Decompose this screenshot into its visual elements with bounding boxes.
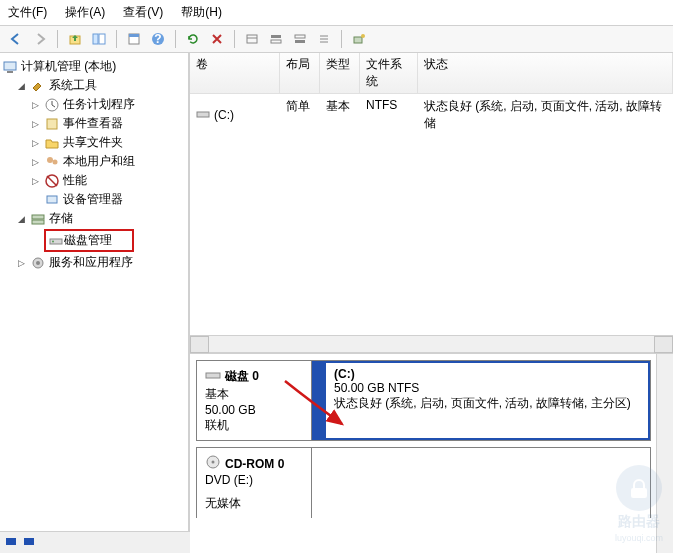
tree-label: 设备管理器 (63, 191, 123, 208)
view-list-button[interactable] (314, 29, 334, 49)
footer-icon-2 (22, 534, 36, 551)
tree-shared-folders[interactable]: ▷ 共享文件夹 (2, 133, 186, 152)
toolbar: ? (0, 26, 673, 53)
disk-row-cdrom[interactable]: CD-ROM 0 DVD (E:) 无媒体 (196, 447, 651, 518)
menu-help[interactable]: 帮助(H) (181, 4, 222, 21)
menu-action[interactable]: 操作(A) (65, 4, 105, 21)
volume-name: (C:) (214, 108, 234, 122)
navigation-tree[interactable]: 计算机管理 (本地) ◢ 系统工具 ▷ 任务计划程序 ▷ 事件查看器 ▷ 共享文… (0, 53, 190, 553)
tree-disk-management[interactable]: ▷ 磁盘管理 (2, 228, 186, 253)
svg-rect-9 (271, 35, 281, 38)
svg-rect-27 (32, 220, 44, 224)
cdrom-state: 无媒体 (205, 495, 303, 512)
svg-rect-18 (4, 62, 16, 70)
tree-label: 共享文件夹 (63, 134, 123, 151)
up-button[interactable] (65, 29, 85, 49)
svg-rect-28 (50, 239, 62, 244)
partition-c[interactable]: (C:) 50.00 GB NTFS 状态良好 (系统, 启动, 页面文件, 活… (312, 361, 650, 440)
device-icon (44, 192, 60, 208)
tree-label: 磁盘管理 (64, 232, 112, 249)
refresh-button[interactable] (183, 29, 203, 49)
help-button[interactable]: ? (148, 29, 168, 49)
clock-icon (44, 97, 60, 113)
cdrom-info: CD-ROM 0 DVD (E:) 无媒体 (197, 448, 312, 518)
collapse-icon[interactable]: ◢ (16, 80, 27, 91)
expand-icon[interactable]: ▷ (16, 257, 27, 268)
tree-device-manager[interactable]: ▷ 设备管理器 (2, 190, 186, 209)
tree-system-tools[interactable]: ◢ 系统工具 (2, 76, 186, 95)
svg-point-31 (36, 261, 40, 265)
svg-rect-12 (295, 40, 305, 43)
volume-icon (196, 107, 210, 124)
svg-point-23 (53, 159, 58, 164)
tree-root[interactable]: 计算机管理 (本地) (2, 57, 186, 76)
tree-label: 服务和应用程序 (49, 254, 133, 271)
tree-event-viewer[interactable]: ▷ 事件查看器 (2, 114, 186, 133)
svg-rect-11 (295, 35, 305, 38)
cdrom-icon (205, 454, 221, 473)
view-top-button[interactable] (266, 29, 286, 49)
properties-button[interactable] (124, 29, 144, 49)
view-bottom-button[interactable] (290, 29, 310, 49)
view-settings-button[interactable] (242, 29, 262, 49)
tree-label: 任务计划程序 (63, 96, 135, 113)
svg-point-17 (361, 34, 365, 38)
svg-rect-10 (271, 40, 281, 43)
tree-performance[interactable]: ▷ 性能 (2, 171, 186, 190)
disk-graphical-view[interactable]: 磁盘 0 基本 50.00 GB 联机 (C:) 50.00 GB NTFS 状… (190, 354, 673, 553)
svg-rect-36 (6, 538, 16, 545)
menu-bar: 文件(F) 操作(A) 查看(V) 帮助(H) (0, 0, 673, 26)
expand-icon[interactable]: ▷ (30, 118, 41, 129)
svg-rect-2 (99, 34, 105, 44)
cdrom-kind: DVD (E:) (205, 473, 303, 487)
svg-rect-25 (47, 196, 57, 203)
expand-icon[interactable]: ▷ (30, 99, 41, 110)
expand-icon[interactable]: ▷ (30, 137, 41, 148)
tree-storage[interactable]: ◢ 存储 (2, 209, 186, 228)
disk-icon (48, 233, 64, 249)
col-layout[interactable]: 布局 (280, 53, 320, 93)
menu-file[interactable]: 文件(F) (8, 4, 47, 21)
disk-row-0[interactable]: 磁盘 0 基本 50.00 GB 联机 (C:) 50.00 GB NTFS 状… (196, 360, 651, 441)
shared-folder-icon (44, 135, 60, 151)
back-button[interactable] (6, 29, 26, 49)
expand-icon[interactable]: ▷ (30, 156, 41, 167)
cdrom-partition (312, 448, 650, 518)
svg-rect-1 (93, 34, 98, 44)
col-volume[interactable]: 卷 (190, 53, 280, 93)
disk-kind: 基本 (205, 386, 303, 403)
svg-rect-21 (47, 119, 57, 129)
tree-services[interactable]: ▷ 服务和应用程序 (2, 253, 186, 272)
action-button[interactable] (349, 29, 369, 49)
users-icon (44, 154, 60, 170)
show-hide-tree-button[interactable] (89, 29, 109, 49)
tree-task-scheduler[interactable]: ▷ 任务计划程序 (2, 95, 186, 114)
svg-point-22 (47, 157, 53, 163)
forward-button[interactable] (30, 29, 50, 49)
col-status[interactable]: 状态 (418, 53, 673, 93)
cdrom-title: CD-ROM 0 (225, 457, 284, 471)
volume-row[interactable]: (C:) 简单 基本 NTFS 状态良好 (系统, 启动, 页面文件, 活动, … (190, 94, 673, 136)
horizontal-scrollbar[interactable] (190, 335, 673, 352)
vertical-scrollbar[interactable] (656, 354, 673, 553)
expand-icon[interactable]: ▷ (30, 175, 41, 186)
svg-point-35 (212, 461, 215, 464)
tree-label: 性能 (63, 172, 87, 189)
remove-button[interactable] (207, 29, 227, 49)
menu-view[interactable]: 查看(V) (123, 4, 163, 21)
disk-icon (205, 367, 221, 386)
collapse-icon[interactable]: ◢ (16, 213, 27, 224)
footer-icon-1 (4, 534, 18, 551)
svg-rect-16 (354, 37, 362, 43)
tools-icon (30, 78, 46, 94)
col-filesystem[interactable]: 文件系统 (360, 53, 418, 93)
disk-title: 磁盘 0 (225, 368, 259, 385)
volume-list[interactable]: 卷 布局 类型 文件系统 状态 (C:) 简单 基本 NTFS 状态良好 (系统… (190, 53, 673, 354)
cell-type: 基本 (320, 96, 360, 134)
tree-local-users[interactable]: ▷ 本地用户和组 (2, 152, 186, 171)
cell-fs: NTFS (360, 96, 418, 134)
partition-status: 状态良好 (系统, 启动, 页面文件, 活动, 故障转储, 主分区) (334, 395, 640, 412)
disk-info: 磁盘 0 基本 50.00 GB 联机 (197, 361, 312, 440)
svg-rect-33 (206, 373, 220, 378)
col-type[interactable]: 类型 (320, 53, 360, 93)
